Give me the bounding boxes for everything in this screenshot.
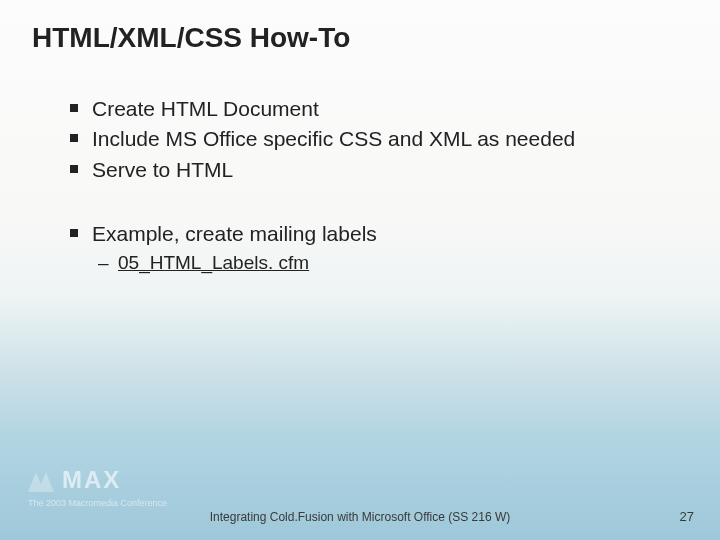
logo: MAX [28,466,121,492]
footer: MAX The 2003 Macromedia Conference Integ… [0,450,720,540]
bullet-item: Serve to HTML [70,156,680,183]
logo-subtitle: The 2003 Macromedia Conference [28,498,167,508]
bullet-item: Example, create mailing labels [70,220,680,247]
macromedia-logo-icon [28,466,54,492]
sub-bullet-link: 05_HTML_Labels. cfm [118,252,309,273]
slide-content: Create HTML Document Include MS Office s… [70,95,680,276]
sub-bullet-item: 05_HTML_Labels. cfm [70,251,680,276]
page-number: 27 [680,509,694,524]
logo-text: MAX [62,468,121,492]
footer-caption: Integrating Cold.Fusion with Microsoft O… [0,510,720,524]
svg-marker-0 [28,472,54,492]
bullet-item: Include MS Office specific CSS and XML a… [70,125,680,152]
slide-title: HTML/XML/CSS How-To [32,22,350,54]
bullet-item: Create HTML Document [70,95,680,122]
